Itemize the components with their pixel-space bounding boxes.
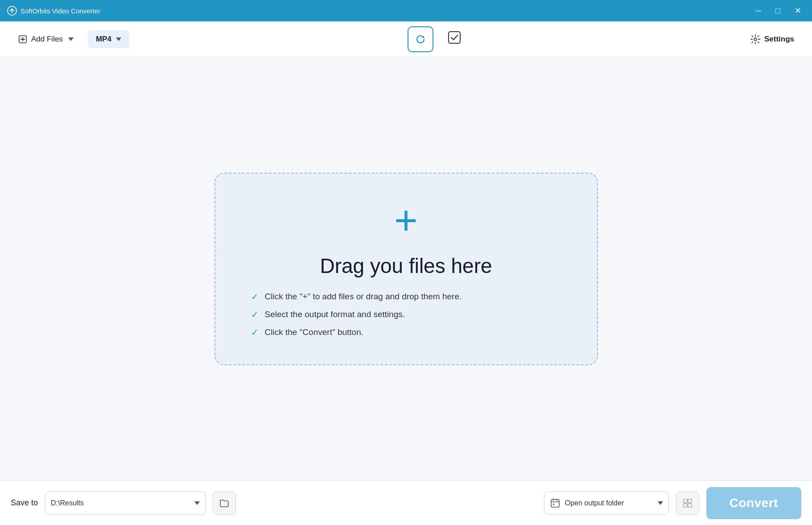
footer: Save to D:\Results Open output folder Co… xyxy=(0,480,812,525)
drop-title: Drag you files here xyxy=(320,254,492,278)
check-button[interactable] xyxy=(444,27,465,51)
instruction-text-2: Select the output format and settings. xyxy=(265,310,405,319)
svg-rect-4 xyxy=(551,500,559,507)
svg-point-3 xyxy=(754,38,757,41)
svg-rect-2 xyxy=(449,32,460,43)
save-path-container: D:\Results xyxy=(45,492,206,515)
calendar-icon xyxy=(550,498,561,508)
format-selector[interactable]: MP4 xyxy=(88,30,129,48)
check-icon-2: ✓ xyxy=(251,309,259,320)
svg-rect-6 xyxy=(684,499,687,503)
open-output-dropdown[interactable] xyxy=(658,501,663,505)
app-title: SoftOrbits Video Converter xyxy=(21,7,100,15)
drop-zone[interactable]: + Drag you files here ✓ Click the "+" to… xyxy=(214,173,598,365)
svg-rect-5 xyxy=(553,504,554,505)
toolbar-right: Settings xyxy=(743,29,801,49)
folder-icon xyxy=(219,498,230,508)
window-controls: ─ □ ✕ xyxy=(752,5,805,17)
settings-icon xyxy=(750,34,761,45)
save-to-label: Save to xyxy=(11,498,38,508)
main-content: + Drag you files here ✓ Click the "+" to… xyxy=(0,57,812,480)
convert-button[interactable]: Convert xyxy=(706,487,801,519)
save-path-text: D:\Results xyxy=(51,499,193,507)
open-output-container: Open output folder xyxy=(544,492,669,515)
svg-rect-8 xyxy=(684,504,687,507)
add-files-icon xyxy=(18,34,28,44)
check-icon-3: ✓ xyxy=(251,327,259,338)
check-icon-1: ✓ xyxy=(251,291,259,302)
format-chevron xyxy=(116,37,121,41)
maximize-button[interactable]: □ xyxy=(772,5,784,17)
drop-plus-icon: + xyxy=(394,200,418,240)
settings-button[interactable]: Settings xyxy=(743,29,801,49)
svg-rect-7 xyxy=(688,499,692,503)
add-files-chevron xyxy=(68,37,74,41)
add-files-button[interactable]: Add Files xyxy=(11,30,81,49)
app-icon xyxy=(7,6,17,16)
instruction-item-3: ✓ Click the "Convert" button. xyxy=(251,327,561,338)
grid-icon xyxy=(683,498,692,508)
settings-label: Settings xyxy=(764,35,794,44)
format-label: MP4 xyxy=(96,35,111,44)
svg-rect-9 xyxy=(688,504,692,507)
instruction-text-3: Click the "Convert" button. xyxy=(265,327,364,337)
instructions-list: ✓ Click the "+" to add files or drag and… xyxy=(251,291,561,338)
minimize-button[interactable]: ─ xyxy=(752,5,765,17)
toolbar: Add Files MP4 Settings xyxy=(0,21,812,57)
refresh-button[interactable] xyxy=(408,26,433,52)
browse-folder-button[interactable] xyxy=(213,492,236,515)
close-button[interactable]: ✕ xyxy=(791,5,805,17)
grid-view-button[interactable] xyxy=(676,492,699,515)
open-output-label: Open output folder xyxy=(565,499,651,507)
check-icon xyxy=(448,31,461,44)
refresh-icon xyxy=(414,33,427,45)
save-path-dropdown[interactable] xyxy=(194,501,200,505)
title-bar: SoftOrbits Video Converter ─ □ ✕ xyxy=(0,0,812,21)
title-bar-left: SoftOrbits Video Converter xyxy=(7,6,100,16)
add-files-label: Add Files xyxy=(31,35,63,44)
instruction-item-2: ✓ Select the output format and settings. xyxy=(251,309,561,320)
instruction-item-1: ✓ Click the "+" to add files or drag and… xyxy=(251,291,561,302)
toolbar-center xyxy=(136,26,736,52)
instruction-text-1: Click the "+" to add files or drag and d… xyxy=(265,292,462,302)
